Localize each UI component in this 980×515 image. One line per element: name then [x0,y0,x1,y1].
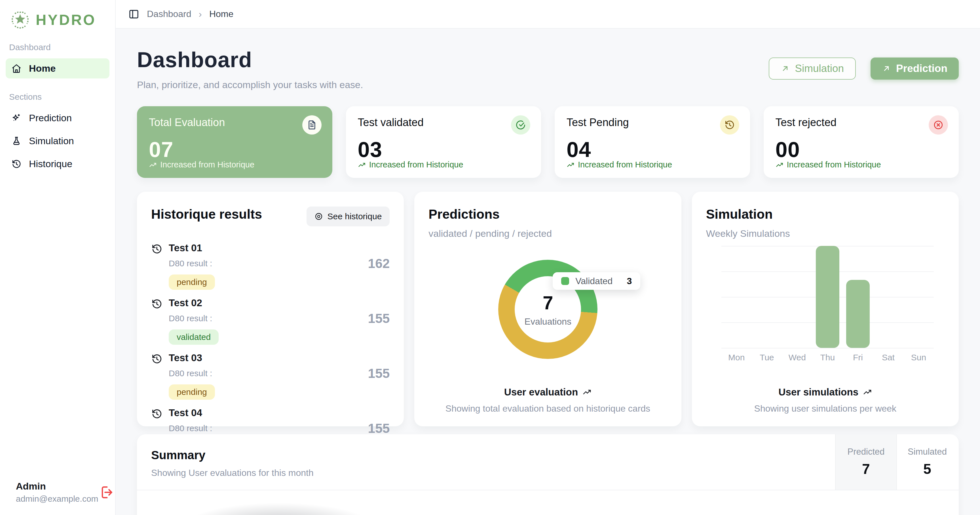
stat-card-test-rejected[interactable]: Test rejected 00 Increased from Historiq… [764,106,959,178]
test-result-label: D80 result : [169,258,362,268]
x-tick-label: Wed [782,353,812,362]
predictions-footer-subtitle: Showing total evaluation based on histor… [414,403,681,414]
breadcrumb-separator: › [199,8,202,19]
sidebar-item-label: Simulation [29,135,74,146]
simulation-footer-title: User simulations [778,387,872,398]
summary-tabs: Predicted 7 Simulated 5 [835,434,958,490]
flask-icon [11,136,22,146]
trending-up-icon [149,161,157,169]
stat-title: Test validated [358,116,530,128]
weekly-simulations-bar-chart[interactable] [721,246,934,348]
see-historique-button[interactable]: See historique [307,206,390,227]
arrow-up-right-icon [781,64,790,73]
home-icon [11,63,22,74]
tab-simulated[interactable]: Simulated 5 [896,434,958,490]
prediction-button[interactable]: Prediction [870,57,959,79]
bar-fri[interactable] [846,280,870,348]
file-text-icon [302,115,321,135]
x-circle-icon [929,115,948,135]
predictions-footer: User evaluation Showing total evaluation… [414,387,681,414]
simulation-footer: User simulations Showing user simulation… [692,387,959,414]
donut-total-label: Evaluations [525,317,571,327]
summary-divider [137,490,959,490]
gridline [721,348,934,349]
stat-note: Increased from Historique [566,160,672,170]
history-icon [11,159,22,169]
stat-note: Increased from Historique [776,160,881,170]
historique-row[interactable]: Test 01 D80 result : pending 162 [151,242,390,290]
content: Dashboard Plan, prioritize, and accompli… [116,29,980,515]
user-name: Admin [16,481,99,492]
test-result-label: D80 result : [169,423,362,433]
bar-chart-x-axis: MonTueWedThuFriSatSun [721,353,934,362]
stat-value: 03 [358,137,530,162]
page-subtitle: Plan, prioritize, and accomplish your ta… [137,79,363,90]
simulation-button[interactable]: Simulation [769,57,856,79]
historique-title: Historique results [151,206,262,222]
stat-title: Test Pending [566,116,738,128]
predictions-footer-title: User evaluation [504,387,592,398]
stat-value: 07 [149,137,320,162]
sidebar-group-label-sections: Sections [9,92,110,102]
check-circle-icon [511,115,530,135]
stats-row: Total Evaluation 07 Increased from Histo… [137,106,959,178]
trending-up-icon [358,161,366,169]
historique-rows: Test 01 D80 result : pending 162 Test 02… [151,242,390,455]
logout-icon[interactable] [99,485,114,500]
stat-card-test-pending[interactable]: Test Pending 04 Increased from Historiqu… [555,106,750,178]
page-head: Dashboard Plan, prioritize, and accompli… [137,47,959,90]
historique-row[interactable]: Test 02 D80 result : validated 155 [151,297,390,345]
stat-value: 04 [566,137,738,162]
brand-logo: HYDRO [6,8,110,32]
test-name: Test 01 [169,242,362,254]
historique-row[interactable]: Test 03 D80 result : pending 155 [151,352,390,400]
tab-predicted[interactable]: Predicted 7 [835,434,896,490]
sidebar-item-home[interactable]: Home [6,59,110,78]
tooltip-label: Validated [575,276,612,287]
page-title: Dashboard [137,47,363,72]
test-name: Test 02 [169,297,362,309]
test-result-label: D80 result : [169,314,362,323]
test-name: Test 03 [169,352,362,363]
status-badge: pending [169,274,215,290]
sidebar-item-label: Historique [29,158,72,170]
summary-chart-shadow [171,499,387,515]
disc-icon [315,212,323,221]
bar-thu[interactable] [816,246,839,348]
simulation-title: Simulation [706,206,945,222]
arrow-up-right-icon [882,64,891,73]
sidebar-item-historique[interactable]: Historique [6,154,110,174]
brand-name: HYDRO [36,11,96,29]
history-icon [151,243,162,255]
main-area: Dashboard › Home Dashboard Plan, priorit… [116,0,980,515]
stat-title: Test rejected [776,116,947,128]
predictions-title: Predictions [428,206,667,222]
breadcrumb-current[interactable]: Home [209,9,233,19]
trending-up-icon [582,388,592,396]
sidebar-item-prediction[interactable]: Prediction [6,108,110,128]
x-tick-label: Sun [904,353,934,362]
sidebar-toggle-icon[interactable] [128,8,140,20]
test-result-value: 162 [368,256,390,290]
sidebar-group-label-dashboard: Dashboard [9,43,110,52]
x-tick-label: Fri [843,353,873,362]
history-icon [151,353,162,364]
summary-card: Summary Showing User evaluations for thi… [137,434,959,515]
sidebar-user: Admin admin@example.com [0,472,115,515]
predictions-subtitle: validated / pending / rejected [428,228,667,239]
stat-card-test-validated[interactable]: Test validated 03 Increased from Histori… [346,106,541,178]
user-email: admin@example.com [16,494,99,504]
prediction-button-label: Prediction [896,63,947,74]
test-result-value: 155 [368,311,390,345]
status-badge: pending [169,384,215,400]
trending-up-icon [863,388,872,396]
breadcrumb-root[interactable]: Dashboard [147,9,191,19]
stat-note: Increased from Historique [358,160,463,170]
stat-card-total-evaluation[interactable]: Total Evaluation 07 Increased from Histo… [137,106,332,178]
sidebar-item-simulation[interactable]: Simulation [6,131,110,151]
cards-row: Historique results See historique [137,192,959,426]
sidebar-item-label: Prediction [29,113,72,124]
simulation-card: Simulation Weekly Simulations MonTueWedT… [692,192,959,426]
donut-total: 7 [543,292,553,314]
simulation-button-label: Simulation [795,63,844,74]
